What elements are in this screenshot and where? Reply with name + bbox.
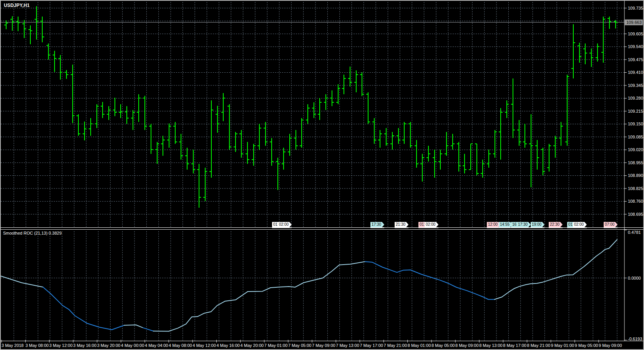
chart-canvas[interactable]: 109.735109.605109.540109.475109.410109.3… bbox=[1, 1, 643, 349]
time-axis[interactable] bbox=[1, 341, 643, 350]
indicator-plot[interactable] bbox=[1, 230, 624, 341]
chart-window: 109.735109.605109.540109.475109.410109.3… bbox=[0, 0, 644, 350]
indicator-label: Smoothed ROC (21,13) 0.3829 bbox=[3, 231, 61, 235]
main-chart-plot[interactable] bbox=[1, 2, 624, 220]
price-axis[interactable] bbox=[624, 1, 643, 341]
panel-separator[interactable] bbox=[1, 227, 643, 230]
symbol-title: USDJPY,H1 bbox=[4, 3, 30, 8]
